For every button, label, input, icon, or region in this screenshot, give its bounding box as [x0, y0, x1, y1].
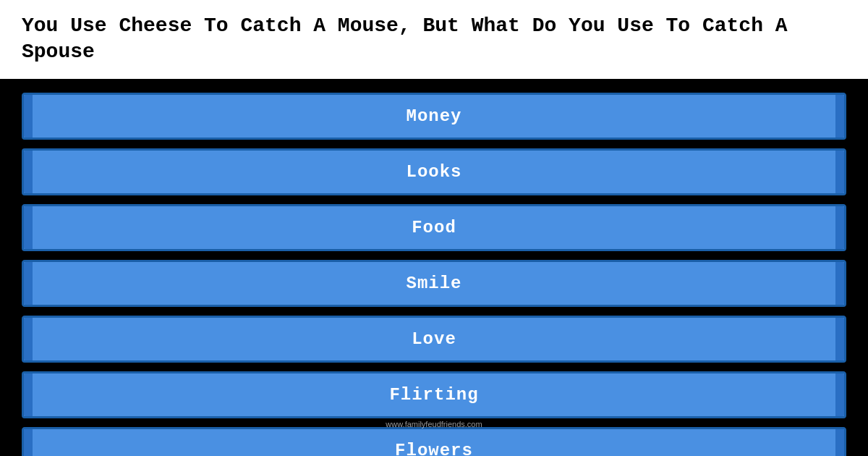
header: You Use Cheese To Catch A Mouse, But Wha… [0, 0, 868, 82]
answer-button-1[interactable]: Money [22, 93, 846, 140]
answer-label-7: Flowers [395, 441, 473, 456]
answer-label-2: Looks [406, 162, 461, 182]
answers-container: MoneyLooksFoodSmileLoveFlirting [0, 82, 868, 418]
answer-label-1: Money [406, 106, 461, 126]
question-title: You Use Cheese To Catch A Mouse, But Wha… [22, 13, 846, 66]
answer-label-3: Food [412, 218, 456, 237]
answer-label-4: Smile [406, 274, 461, 293]
answer-button-6[interactable]: Flirting [22, 371, 846, 418]
answer-button-5[interactable]: Love [22, 316, 846, 363]
answer-button-3[interactable]: Food [22, 204, 846, 251]
answer-button-4[interactable]: Smile [22, 260, 846, 307]
answer-button-7[interactable]: Flowers [22, 427, 846, 456]
answer-label-5: Love [412, 329, 456, 349]
watermark: www.familyfeudfriends.com [386, 420, 482, 428]
partial-answer-row: Flowers [0, 427, 868, 456]
answer-button-2[interactable]: Looks [22, 148, 846, 195]
answer-label-6: Flirting [389, 385, 478, 405]
